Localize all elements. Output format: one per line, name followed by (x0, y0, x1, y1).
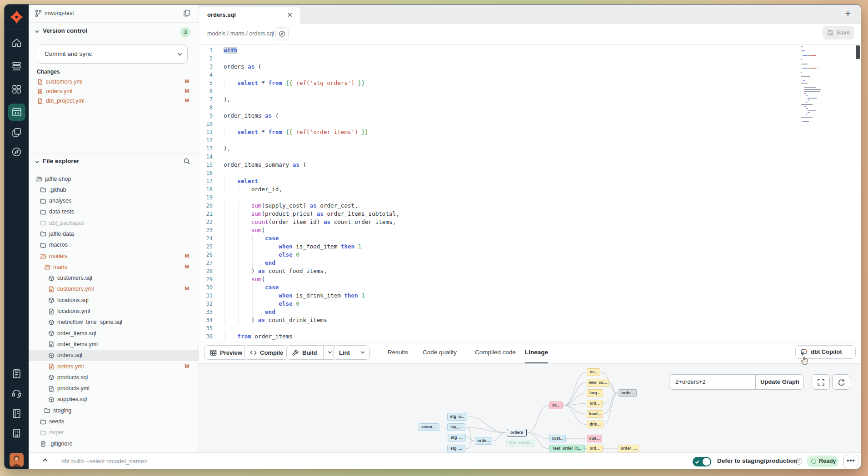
tree-item-staging[interactable]: staging (29, 405, 199, 416)
editor-scrollbar[interactable] (856, 45, 860, 59)
lineage-canvas[interactable]: ecom....stg_o...stg_...stg_...stg_...ord… (199, 363, 861, 452)
lineage-node-orders[interactable]: orders (507, 429, 527, 436)
file-explorer-title[interactable]: File explorer (43, 158, 79, 164)
lineage-node-cust-[interactable]: cust... (549, 435, 566, 442)
lint-options-dropdown[interactable] (356, 345, 369, 360)
lineage-node-larg-[interactable]: larg... (587, 389, 603, 397)
lineage-node-orde-[interactable]: orde... (475, 437, 492, 445)
changed-file-row[interactable]: customers.ymlM (29, 77, 199, 87)
lineage-node-new-cu-[interactable]: new_cu... (587, 379, 609, 387)
refresh-button[interactable] (832, 374, 850, 390)
open-in-explorer-button[interactable] (275, 27, 289, 40)
changed-file-row[interactable]: dbt_project.ymlM (29, 96, 199, 106)
build-button[interactable]: Build (286, 345, 337, 360)
lineage-node-ord-[interactable]: ord... (587, 445, 603, 452)
explore-compass-icon[interactable] (11, 146, 22, 158)
code-editor[interactable]: 1with23orders as (45 select * from {{ re… (199, 45, 861, 342)
lineage-node-stg-o-[interactable]: stg_o... (447, 413, 467, 421)
lineage-node-stg-[interactable]: stg_... (447, 423, 465, 431)
tree-item--gitignore[interactable]: .gitignore (29, 438, 199, 449)
ready-status-badge[interactable]: Ready (807, 456, 838, 467)
lineage-node-test-suppl-[interactable]: test_suppl... (506, 439, 535, 446)
lineage-node-drin-[interactable]: drin... (587, 421, 604, 428)
tree-item-data-tests[interactable]: data-tests (29, 207, 199, 218)
fullscreen-button[interactable] (812, 374, 830, 390)
breadcrumb[interactable]: models / marts / orders.sql (207, 30, 274, 37)
help-icon[interactable]: ? (795, 458, 802, 465)
lineage-node-or-[interactable]: or... (549, 402, 563, 409)
more-options-button[interactable]: ••• (843, 455, 858, 468)
expand-command-bar-icon[interactable] (42, 458, 48, 462)
preview-button[interactable]: Preview (204, 345, 248, 360)
panel-tab-lineage[interactable]: Lineage (525, 342, 548, 364)
update-graph-button[interactable]: Update Graph (756, 374, 804, 390)
lint-button[interactable]: Lint (333, 345, 370, 360)
panel-tab-results[interactable]: Results (388, 342, 408, 364)
deploy-icon[interactable] (11, 60, 22, 72)
tree-item-marts[interactable]: martsM (29, 262, 199, 273)
indent-guide (224, 267, 225, 275)
lineage-node-order-[interactable]: order_... (619, 445, 639, 452)
tree-item-analyses[interactable]: analyses (29, 196, 199, 207)
lineage-node-ord-[interactable]: ord... (587, 400, 603, 407)
commit-dropdown[interactable] (172, 45, 187, 63)
tree-item-orders-sql[interactable]: orders.sql (29, 350, 199, 361)
panel-tab-compiled-code[interactable]: Compiled code (475, 342, 516, 364)
command-input[interactable]: dbt build --select <model_name> (61, 458, 147, 465)
tree-item-order-items-yml[interactable]: order_items.yml (29, 339, 199, 350)
docs-notebook-icon[interactable] (11, 408, 22, 419)
tree-item-jaffle-shop[interactable]: jaffle-shop (29, 174, 199, 184)
changelog-clipboard-icon[interactable] (11, 368, 22, 379)
version-control-title[interactable]: Version control (43, 27, 87, 34)
new-tab-button[interactable]: + (842, 7, 854, 20)
tree-item-target[interactable]: target (29, 427, 199, 438)
chevron-down-icon[interactable] (35, 159, 40, 164)
tree-item-products-sql[interactable]: products.sql (29, 372, 199, 383)
tree-item-macros[interactable]: macros (29, 240, 199, 251)
organization-icon[interactable] (11, 427, 22, 439)
user-avatar[interactable] (10, 453, 24, 467)
tree-item-supplies-sql[interactable]: supplies.sql (29, 394, 199, 405)
tree-item-dbt-packages[interactable]: dbt_packages (29, 218, 199, 228)
tree-item-order-items-sql[interactable]: order_items.sql (29, 328, 199, 339)
lineage-node-orde-[interactable]: orde... (619, 389, 637, 397)
lineage-node-food-[interactable]: food... (587, 410, 603, 418)
tree-item-locations-yml[interactable]: locations.yml (29, 306, 199, 317)
tree-item-customers-sql[interactable]: customers.sql (29, 273, 199, 284)
tree-item-jaffle-data[interactable]: jaffle-data (29, 228, 199, 239)
panel-tab-code-quality[interactable]: Code quality (423, 342, 457, 364)
dbt-logo-icon[interactable] (9, 10, 24, 25)
compile-button[interactable]: Compile (244, 345, 289, 360)
tree-item-models[interactable]: modelsM (29, 251, 199, 262)
changed-file-row[interactable]: orders.ymlM (29, 87, 199, 96)
commit-and-sync-button[interactable]: Commit and sync (37, 45, 188, 64)
lineage-node-cus-[interactable]: cus... (587, 435, 602, 442)
lineage-node-stg-[interactable]: stg_... (448, 434, 466, 441)
lineage-node-stg-[interactable]: stg_... (447, 445, 465, 452)
tree-item-products-yml[interactable]: products.yml (29, 383, 199, 394)
copy-icon[interactable] (183, 9, 191, 17)
tree-item-seeds[interactable]: seeds (29, 416, 199, 427)
lineage-node-ecom-[interactable]: ecom.... (419, 423, 439, 431)
tree-item-customers-yml[interactable]: customers.ymlM (29, 284, 199, 295)
tree-item-metricflow-time-spine-sql[interactable]: metricflow_time_spine.sql (29, 317, 199, 328)
lineage-node-or-[interactable]: or... (587, 368, 600, 376)
develop-ide-icon[interactable] (8, 104, 25, 121)
close-tab-icon[interactable]: ✕ (287, 11, 293, 19)
tree-item-locations-sql[interactable]: locations.sql (29, 295, 199, 306)
tree-item-orders-yml[interactable]: orders.ymlM (29, 361, 199, 372)
tab-orders-sql[interactable]: orders.sql ✕ (199, 7, 300, 24)
lineage-selector-input[interactable]: 2+orders+2 (669, 374, 756, 390)
lineage-node-test-order-it-[interactable]: test_order_it... (549, 445, 585, 452)
orchestration-icon[interactable] (11, 127, 22, 138)
editor-minimap[interactable] (801, 46, 840, 125)
tree-item--github[interactable]: .github (29, 184, 199, 195)
defer-toggle[interactable] (693, 457, 711, 466)
home-icon[interactable] (11, 37, 22, 49)
support-headset-icon[interactable] (11, 387, 22, 399)
apps-grid-icon[interactable] (11, 84, 22, 95)
chevron-down-icon[interactable] (35, 29, 40, 34)
search-icon[interactable] (183, 158, 190, 165)
branch-name[interactable]: mwong-test (45, 10, 74, 16)
save-button[interactable]: Save (823, 26, 854, 40)
